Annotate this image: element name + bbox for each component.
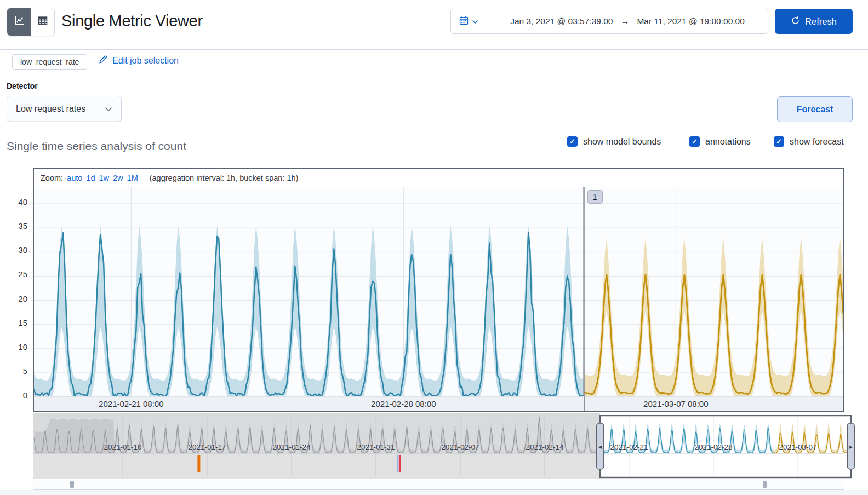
start-date-button[interactable]: Jan 3, 2021 @ 03:57:39.00 [510,16,613,26]
y-axis-tick-label: 35 [2,221,27,231]
y-axis-tick-label: 0 [2,390,27,400]
show-model-bounds-checkbox[interactable]: ✓ [567,136,578,147]
table-view-toggle-button[interactable] [31,8,54,36]
detector-select[interactable]: Low request rates [7,96,122,122]
single-metric-viewer-page: Single Metric Viewer Jan 3, 2021 @ 03:57… [0,0,868,495]
zoom-link-1w[interactable]: 1w [99,174,109,182]
actual-series-line [34,233,584,396]
x-axis-tick-label: 2021-03-07 08:00 [643,399,708,408]
date-picker-menu-button[interactable] [451,9,487,33]
bottom-strip [0,490,868,495]
refresh-label: Refresh [805,16,837,27]
y-axis-tick-label: 5 [2,366,27,376]
annotations-control: ✓ annotations [689,136,751,147]
range-arrow: → [620,16,629,26]
scrollbar-thumb-left[interactable] [70,481,74,488]
detector-selected-value: Low request rates [16,104,85,114]
check-icon: ✓ [569,137,575,146]
header-divider [0,49,868,50]
navigator-scrollbar[interactable] [33,480,844,490]
navigator-date-label: 2021-02-28 [694,443,732,451]
model-bounds-band [34,225,584,397]
time-range-picker: Jan 3, 2021 @ 03:57:39.00 → Mar 11, 2021… [450,9,768,34]
scrollbar-thumb-right[interactable] [763,481,767,488]
chevron-down-icon [472,16,478,26]
navigator-date-label: 2021-01-24 [272,443,311,451]
job-id-badge: low_request_rate [12,54,87,70]
zoom-link-1d[interactable]: 1d [86,174,95,182]
select-chevron-down-icon [105,104,112,114]
zoom-link-auto[interactable]: auto [67,174,82,182]
view-toggle-group [7,8,55,36]
y-axis-tick-label: 10 [2,342,27,352]
show-model-bounds-control: ✓ show model bounds [567,136,661,147]
forecast-boundary-line [584,396,585,411]
navigator-date-label: 2021-01-17 [188,443,226,451]
date-range: Jan 3, 2021 @ 03:57:39.00 → Mar 11, 2021… [487,16,768,26]
chart-zoom-toolbar: Zoom: auto 1d 1w 2w 1M (aggregation inte… [34,169,843,187]
plot-area[interactable] [34,187,843,396]
refresh-button[interactable]: Refresh [775,9,853,34]
detector-label: Detector [7,82,38,90]
edit-job-selection-label: Edit job selection [112,56,179,66]
check-icon: ✓ [776,137,782,146]
left-handle-arrow-icon: ◀ [598,445,602,450]
navigator-date-label: 2021-02-07 [441,443,479,451]
navigator-date-label: 2021-01-31 [357,443,395,451]
y-axis-tick-label: 25 [2,269,27,279]
context-navigator-svg[interactable]: 2021-01-102021-01-172021-01-242021-01-31… [33,413,868,480]
analysis-heading: Single time series analysis of count [7,140,186,153]
y-axis-tick-label: 40 [2,197,27,206]
page-title: Single Metric Viewer [61,12,203,30]
end-date-button[interactable]: Mar 11, 2021 @ 19:00:00.00 [637,16,744,26]
annotation-badge[interactable]: 1 [587,190,603,204]
show-forecast-label: show forecast [790,137,844,147]
show-model-bounds-label: show model bounds [583,137,661,147]
annotation-mark [197,455,200,472]
x-axis-tick-label: 2021-02-28 08:00 [371,399,436,408]
navigator-date-label: 2021-02-14 [526,443,564,451]
show-forecast-control: ✓ show forecast [774,136,844,147]
annotations-label: annotations [705,137,751,147]
pencil-icon [99,55,107,66]
zoom-link-2w[interactable]: 2w [113,174,123,182]
swimlane-left [33,453,600,479]
zoom-link-1M[interactable]: 1M [127,174,138,182]
refresh-icon [791,16,800,27]
annotation-mark [399,455,401,472]
check-icon: ✓ [692,137,698,146]
y-axis-tick-label: 15 [2,318,27,327]
y-axis-tick-label: 30 [2,245,27,255]
y-axis-tick-label: 20 [2,294,27,303]
x-axis-tick-label: 2021-02-21 08:00 [99,399,163,408]
calendar-icon [459,16,469,27]
main-chart-svg [34,187,843,397]
time-series-chart: Zoom: auto 1d 1w 2w 1M (aggregation inte… [33,168,844,412]
chart-view-toggle-button[interactable] [7,8,31,36]
right-handle-arrow-icon: ▶ [849,445,853,450]
x-axis-strip: 2021-02-21 08:002021-02-28 08:002021-03-… [34,396,843,411]
zoom-label: Zoom: [41,174,63,182]
forecast-button[interactable]: Forecast [777,96,853,122]
aggregation-interval-note: (aggregation interval: 1h, bucket span: … [150,174,299,182]
navigator-date-label: 2021-01-10 [104,443,141,451]
navigator-date-label: 2021-02-21 [610,443,648,451]
annotation-mark-companion [397,455,398,472]
table-icon [37,15,48,28]
navigator-date-label: 2021-03-07 [779,443,816,451]
show-forecast-checkbox[interactable]: ✓ [774,136,784,147]
edit-job-selection-link[interactable]: Edit job selection [99,55,179,66]
annotations-checkbox[interactable]: ✓ [689,136,700,147]
line-chart-icon [14,15,25,28]
